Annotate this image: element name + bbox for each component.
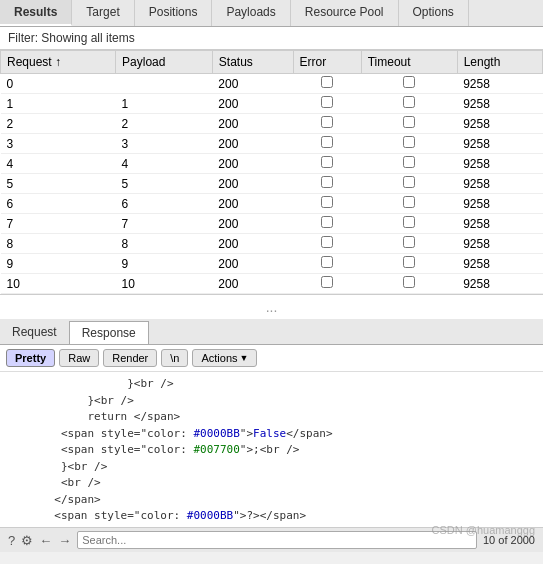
cell-timeout[interactable] <box>361 94 457 114</box>
cell-payload: 10 <box>116 274 213 294</box>
table-row[interactable]: 4 4 200 9258 <box>1 154 543 174</box>
cell-timeout[interactable] <box>361 274 457 294</box>
cell-payload: 3 <box>116 134 213 154</box>
gear-icon[interactable]: ⚙ <box>21 533 33 548</box>
table-row[interactable]: 10 10 200 9258 <box>1 274 543 294</box>
cell-request: 9 <box>1 254 116 274</box>
tab-response[interactable]: Response <box>69 321 149 344</box>
forward-icon[interactable]: → <box>58 533 71 548</box>
cell-error[interactable] <box>293 74 361 94</box>
code-line: </span> <box>8 492 535 509</box>
table-row[interactable]: 5 5 200 9258 <box>1 174 543 194</box>
cell-length: 9258 <box>457 94 542 114</box>
col-timeout[interactable]: Timeout <box>361 51 457 74</box>
btn-actions[interactable]: Actions ▼ <box>192 349 257 367</box>
tab-resource-pool[interactable]: Resource Pool <box>291 0 399 26</box>
cell-request: 8 <box>1 234 116 254</box>
code-area: }<br /> }<br /> return </span> <span sty… <box>0 372 543 527</box>
table-row[interactable]: 3 3 200 9258 <box>1 134 543 154</box>
cell-timeout[interactable] <box>361 134 457 154</box>
btn-pretty[interactable]: Pretty <box>6 349 55 367</box>
cell-payload: 9 <box>116 254 213 274</box>
tab-positions[interactable]: Positions <box>135 0 213 26</box>
cell-error[interactable] <box>293 254 361 274</box>
cell-timeout[interactable] <box>361 174 457 194</box>
code-line: }<br /> <box>8 376 535 393</box>
table-row[interactable]: 8 8 200 9258 <box>1 234 543 254</box>
table-row[interactable]: 1 1 200 9258 <box>1 94 543 114</box>
btn-raw[interactable]: Raw <box>59 349 99 367</box>
table-row[interactable]: 2 2 200 9258 <box>1 114 543 134</box>
cell-length: 9258 <box>457 274 542 294</box>
cell-request: 10 <box>1 274 116 294</box>
col-length[interactable]: Length <box>457 51 542 74</box>
cell-length: 9258 <box>457 114 542 134</box>
cell-timeout[interactable] <box>361 114 457 134</box>
cell-error[interactable] <box>293 194 361 214</box>
cell-request: 4 <box>1 154 116 174</box>
cell-payload: 5 <box>116 174 213 194</box>
code-line: <span style="color: #0000BB">?></span> <box>8 508 535 525</box>
cell-timeout[interactable] <box>361 74 457 94</box>
cell-length: 9258 <box>457 174 542 194</box>
code-line: }<br /> <box>8 393 535 410</box>
cell-length: 9258 <box>457 194 542 214</box>
results-table-container: Request ↑ Payload Status Error Timeout L… <box>0 50 543 295</box>
code-line: return </span> <box>8 409 535 426</box>
table-row[interactable]: 0 200 9258 <box>1 74 543 94</box>
tab-options[interactable]: Options <box>399 0 469 26</box>
cell-timeout[interactable] <box>361 254 457 274</box>
cell-timeout[interactable] <box>361 234 457 254</box>
tab-target[interactable]: Target <box>72 0 134 26</box>
search-input[interactable] <box>77 531 477 549</box>
cell-error[interactable] <box>293 214 361 234</box>
cell-payload: 1 <box>116 94 213 114</box>
tab-results[interactable]: Results <box>0 0 72 26</box>
cell-error[interactable] <box>293 134 361 154</box>
cell-payload: 7 <box>116 214 213 234</box>
btn-render[interactable]: Render <box>103 349 157 367</box>
back-icon[interactable]: ← <box>39 533 52 548</box>
cell-status: 200 <box>212 274 293 294</box>
cell-length: 9258 <box>457 214 542 234</box>
cell-error[interactable] <box>293 154 361 174</box>
cell-error[interactable] <box>293 94 361 114</box>
btn-newline[interactable]: \n <box>161 349 188 367</box>
cell-status: 200 <box>212 234 293 254</box>
tab-request[interactable]: Request <box>0 321 69 344</box>
col-status[interactable]: Status <box>212 51 293 74</box>
table-row[interactable]: 9 9 200 9258 <box>1 254 543 274</box>
cell-length: 9258 <box>457 74 542 94</box>
cell-timeout[interactable] <box>361 154 457 174</box>
cell-request: 7 <box>1 214 116 234</box>
cell-status: 200 <box>212 254 293 274</box>
cell-status: 200 <box>212 114 293 134</box>
cell-length: 9258 <box>457 134 542 154</box>
cell-error[interactable] <box>293 274 361 294</box>
cell-error[interactable] <box>293 234 361 254</box>
cell-payload <box>116 74 213 94</box>
cell-payload: 2 <box>116 114 213 134</box>
col-request[interactable]: Request ↑ <box>1 51 116 74</box>
code-line: <span style="color: #0000BB">False</span… <box>8 426 535 443</box>
cell-length: 9258 <box>457 254 542 274</box>
help-icon[interactable]: ? <box>8 533 15 548</box>
code-line: }<br /> <box>8 459 535 476</box>
col-payload[interactable]: Payload <box>116 51 213 74</box>
response-toolbar: Pretty Raw Render \n Actions ▼ <box>0 345 543 372</box>
table-row[interactable]: 7 7 200 9258 <box>1 214 543 234</box>
cell-request: 0 <box>1 74 116 94</box>
cell-error[interactable] <box>293 114 361 134</box>
cell-error[interactable] <box>293 174 361 194</box>
cell-status: 200 <box>212 74 293 94</box>
cell-length: 9258 <box>457 154 542 174</box>
cell-payload: 8 <box>116 234 213 254</box>
cell-timeout[interactable] <box>361 194 457 214</box>
col-error[interactable]: Error <box>293 51 361 74</box>
cell-payload: 6 <box>116 194 213 214</box>
results-table: Request ↑ Payload Status Error Timeout L… <box>0 50 543 294</box>
tab-payloads[interactable]: Payloads <box>212 0 290 26</box>
cell-timeout[interactable] <box>361 214 457 234</box>
cell-request: 1 <box>1 94 116 114</box>
table-row[interactable]: 6 6 200 9258 <box>1 194 543 214</box>
